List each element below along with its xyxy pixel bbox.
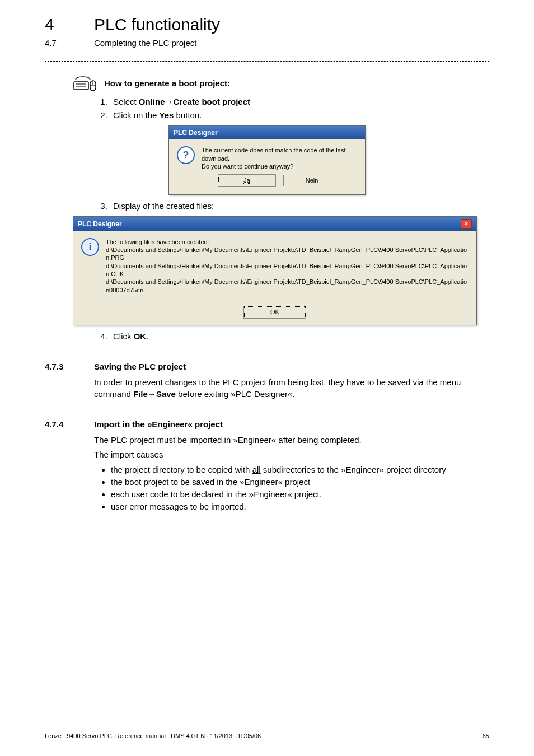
step-3: Display of the created files: (110, 200, 489, 212)
svg-rect-0 (74, 82, 88, 90)
step-4-suffix: . (146, 332, 148, 341)
divider (45, 61, 489, 62)
step-1-text: Select (113, 97, 139, 106)
b1-underline: all (252, 465, 261, 474)
no-button[interactable]: Nein (283, 175, 340, 186)
step-4-bold: OK (134, 332, 147, 341)
dialog-line1: The current code does not match the code… (202, 146, 357, 162)
chapter-number: 4 (45, 13, 67, 36)
bullet-1: the project directory to be copied with … (111, 464, 489, 475)
p474-1: The PLC project must be imported in »Eng… (94, 435, 489, 446)
p473-bold1: File (133, 389, 148, 399)
keyboard-mouse-icon (73, 75, 97, 92)
bullet-3: each user code to be declared in the »En… (111, 489, 489, 500)
dialog-files-created: PLC Designer × i The following files hav… (73, 216, 477, 325)
dialog2-message: The following files have been created: d… (106, 238, 469, 294)
section-number: 4.7 (45, 38, 67, 49)
howto-heading: How to generate a boot project: (104, 78, 230, 89)
dialog-confirm: PLC Designer ? The current code does not… (168, 125, 366, 194)
chapter-title: PLC functionality (94, 13, 220, 36)
dialog-title: PLC Designer (174, 128, 218, 137)
bullet-4: user error messages to be imported. (111, 501, 489, 512)
p473-bold2: Save (156, 389, 176, 399)
section-473-number: 4.7.3 (45, 361, 74, 372)
step-3-text: Display of the created files: (113, 201, 214, 211)
close-icon[interactable]: × (461, 219, 472, 229)
p474-2: The import causes (94, 449, 489, 460)
ok-button[interactable]: OK (244, 306, 306, 318)
step-1-bold1: Online (139, 97, 165, 106)
dialog-message: The current code does not match the code… (202, 146, 357, 186)
dialog-titlebar: PLC Designer (169, 126, 365, 139)
step-2-text: Click on the (113, 110, 160, 120)
dialog2-path-2: d:\Documents and Settings\Hanken\My Docu… (106, 262, 469, 278)
dialog2-path-1: d:\Documents and Settings\Hanken\My Docu… (106, 246, 469, 262)
dialog2-intro: The following files have been created: (106, 238, 469, 246)
info-icon: i (81, 238, 99, 256)
dialog-line2: Do you want to continue anyway? (202, 162, 357, 170)
step-4: Click OK. (110, 331, 489, 342)
section-474-title: Import in the »Engineer« project (94, 419, 223, 430)
dialog2-path-3: d:\Documents and Settings\Hanken\My Docu… (106, 278, 469, 294)
arrow-icon: → (165, 97, 174, 106)
section-title: Completing the PLC project (94, 38, 196, 49)
bullet-2: the boot project to be saved in the »Eng… (111, 477, 489, 488)
dialog2-title: PLC Designer (78, 220, 122, 228)
p473-post: before exiting »PLC Designer«. (176, 389, 295, 399)
b1-post: subdirectories to the »Engineer« project… (261, 465, 446, 474)
yes-button[interactable]: Ja (218, 175, 275, 186)
footer-left: Lenze · 9400 Servo PLC· Reference manual… (45, 732, 261, 740)
page-number: 65 (483, 732, 489, 740)
b1-pre: the project directory to be copied with (111, 465, 252, 474)
step-1-bold2: Create boot project (174, 97, 251, 106)
section-473-paragraph: In order to prevent changes to the PLC p… (94, 377, 489, 400)
step-1: Select Online→Create boot project (110, 96, 489, 108)
arrow-icon: → (148, 389, 156, 399)
step-2-suffix: button. (174, 110, 202, 120)
dialog2-titlebar: PLC Designer × (73, 217, 476, 231)
step-2-bold: Yes (160, 110, 174, 120)
question-icon: ? (177, 146, 195, 164)
section-474-number: 4.7.4 (45, 419, 74, 430)
step-2: Click on the Yes button. (110, 110, 489, 121)
step-4-prefix: Click (113, 332, 134, 341)
section-473-title: Saving the PLC project (94, 361, 186, 372)
